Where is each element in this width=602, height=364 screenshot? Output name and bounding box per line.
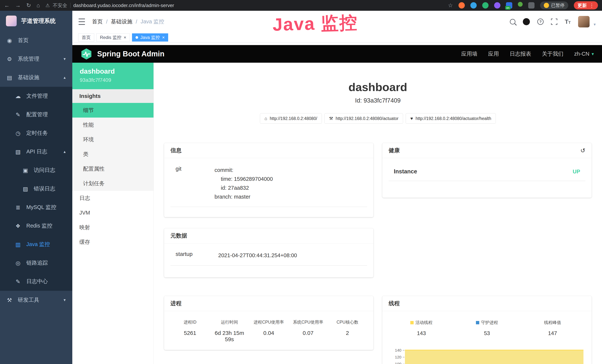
column-header: CPU核心数 [328, 319, 367, 325]
avatar-caret-icon[interactable]: ▾ [594, 22, 596, 27]
column-value: 0.04 [249, 330, 288, 336]
help-icon[interactable]: ? [537, 19, 544, 25]
forward-icon[interactable]: → [15, 3, 21, 8]
sidebar-item-config-management[interactable]: ✎ 配置管理 [0, 105, 72, 124]
close-icon[interactable]: × [162, 35, 165, 40]
home-icon[interactable]: ⌂ [36, 3, 40, 8]
status-badge: UP [573, 169, 580, 175]
home-icon: ⌂ [265, 116, 267, 121]
sidebar-item-error-logs[interactable]: ▨ 错误日志 [0, 180, 72, 198]
browser-extension-icon[interactable] [518, 2, 523, 7]
sba-menu-performance[interactable]: 性能 [72, 118, 153, 132]
sba-menu-logs[interactable]: 日志 [72, 191, 153, 205]
sidebar-item-mysql-monitor[interactable]: ≣ MySQL 监控 [0, 198, 72, 217]
sba-menu-scheduled-tasks[interactable]: 计划任务 [72, 176, 153, 191]
tab-java-monitor[interactable]: Java 监控 × [132, 33, 168, 42]
sidebar-item-log-center[interactable]: ✎ 日志中心 [0, 272, 72, 291]
service-url-link[interactable]: ⌂ http://192.168.0.2:48080/ [260, 113, 322, 124]
paused-label: 已暂停 [551, 2, 565, 8]
sba-brand-title[interactable]: Spring Boot Admin [97, 50, 164, 58]
reload-icon[interactable]: ↻ [26, 3, 31, 8]
sba-nav-journal[interactable]: 日志报表 [510, 50, 531, 58]
sba-nav-about[interactable]: 关于我们 [542, 50, 563, 58]
sidebar-item-infrastructure[interactable]: ▤ 基础设施 ▴ [0, 68, 72, 87]
browser-extension-icon[interactable] [482, 2, 489, 9]
actuator-url-link[interactable]: ⚒ http://192.168.0.2:48080/actuator [324, 113, 403, 124]
back-icon[interactable]: ← [4, 3, 10, 8]
y-tick: 120 [395, 353, 405, 361]
sidebar-item-file-management[interactable]: ☁ 文件管理 [0, 87, 72, 105]
browser-extension-icon[interactable] [459, 2, 465, 9]
app-header: 首页 / 基础设施 / Java 监控 Java 监控 ? T T ▾ [72, 11, 602, 33]
metadata-card: 元数据 startup 2021-04-27T00:44:31.254+08:0… [164, 228, 373, 278]
column-header: 进程CPU使用率 [249, 319, 288, 325]
sidebar-item-access-logs[interactable]: ▣ 访问日志 [0, 161, 72, 180]
browser-toolbar: ← → ↻ ⌂ ⚠ 不安全 dashboard.yudao.iocoder.cn… [0, 0, 602, 11]
warning-icon: ⚠ [45, 3, 50, 8]
sba-menu-environment[interactable]: 环境 [72, 132, 153, 147]
git-branch-line: branch: master [215, 192, 367, 201]
sidebar-item-trace[interactable]: ◎ 链路追踪 [0, 254, 72, 272]
metadata-card-body: startup 2021-04-27T00:44:31.254+08:00 [164, 244, 373, 273]
health-url-link[interactable]: ♥ http://192.168.0.2:48080/actuator/heal… [406, 113, 496, 124]
tab-redis-monitor[interactable]: Redis 监控 × [97, 33, 130, 42]
y-tick: 140 [395, 347, 405, 353]
url-text[interactable]: dashboard.yudao.iocoder.cn/infra/admin-s… [74, 3, 174, 8]
breadcrumb-home[interactable]: 首页 [92, 18, 103, 25]
app-logo[interactable]: 芋道管理系统 [0, 11, 72, 31]
font-size-icon[interactable]: T T [565, 19, 571, 25]
sba-menu-mappings[interactable]: 映射 [72, 220, 153, 235]
column-value: 2 [328, 330, 367, 336]
info-card-title: 信息 [164, 143, 373, 158]
health-card-header: 健康 ↺ [382, 143, 592, 158]
browser-extension-icon[interactable]: on [506, 2, 512, 9]
sba-menu-jvm[interactable]: JVM [72, 205, 153, 220]
locale-selector[interactable]: zh-CN ▾ [574, 51, 594, 57]
sidebar-item-label: 日志中心 [26, 278, 48, 285]
process-col-pid: 进程ID 5261 [170, 319, 210, 343]
close-icon[interactable]: × [124, 35, 126, 40]
tab-home[interactable]: 首页 [78, 33, 94, 42]
paused-chip[interactable]: 已暂停 [540, 1, 568, 9]
address-bar[interactable]: ⚠ 不安全 dashboard.yudao.iocoder.cn/infra/a… [45, 2, 174, 9]
browser-extension-icon[interactable] [470, 2, 477, 9]
menu-kebab-icon[interactable]: ⋮ [589, 3, 594, 8]
sba-menu-config-properties[interactable]: 配置属性 [72, 161, 153, 176]
sidebar-item-system-management[interactable]: ⚙ 系统管理 ▾ [0, 50, 72, 68]
search-icon[interactable] [510, 19, 516, 24]
user-avatar[interactable] [578, 16, 590, 27]
sidebar-item-java-monitor[interactable]: ▥ Java 监控 [0, 235, 72, 254]
history-icon[interactable]: ↺ [580, 147, 585, 154]
eye-icon: ◎ [14, 260, 22, 266]
logo-avatar [6, 16, 17, 26]
sba-menu-classes[interactable]: 类 [72, 147, 153, 161]
column-value: 5261 [170, 330, 210, 336]
sidebar-item-redis-monitor[interactable]: ❖ Redis 监控 [0, 217, 72, 235]
sba-nav-wallboard[interactable]: 应用墙 [461, 50, 477, 58]
sba-menu-caches[interactable]: 缓存 [72, 235, 153, 249]
header-actions: ? T T ▾ [510, 16, 596, 27]
sidebar-item-label: 基础设施 [18, 74, 39, 81]
sidebar-item-home[interactable]: ◉ 首页 [0, 31, 72, 50]
breadcrumb-infrastructure[interactable]: 基础设施 [111, 18, 132, 25]
chrome-update-button[interactable]: 更新 ⋮ [574, 1, 598, 10]
fullscreen-icon[interactable] [551, 19, 557, 25]
sidebar-collapse-icon[interactable] [79, 19, 85, 25]
github-icon[interactable] [523, 18, 530, 25]
info-key: git [176, 166, 215, 201]
sidebar-item-label: 研发工具 [18, 296, 39, 304]
sba-nav-applications[interactable]: 应用 [488, 50, 499, 58]
sba-menu-details[interactable]: 细节 [72, 103, 153, 118]
browser-extension-icon[interactable] [494, 2, 500, 9]
column-header: 进程ID [170, 319, 210, 325]
sidebar-item-dev-tools[interactable]: ⚒ 研发工具 ▾ [0, 291, 72, 309]
column-value: 6d 23h 15m 59s [210, 330, 249, 343]
bookmark-star-icon[interactable]: ☆ [448, 3, 453, 8]
legend-value: 147 [520, 330, 585, 336]
sidebar-item-api-logs[interactable]: ▧ API 日志 ▴ [0, 142, 72, 161]
extension-on-badge: on [505, 6, 511, 10]
sidebar-item-scheduled-tasks[interactable]: ◷ 定时任务 [0, 124, 72, 142]
extensions-puzzle-icon[interactable] [528, 2, 535, 9]
infrastructure-icon: ▤ [6, 74, 13, 81]
sidebar-item-label: 系统管理 [18, 55, 39, 63]
